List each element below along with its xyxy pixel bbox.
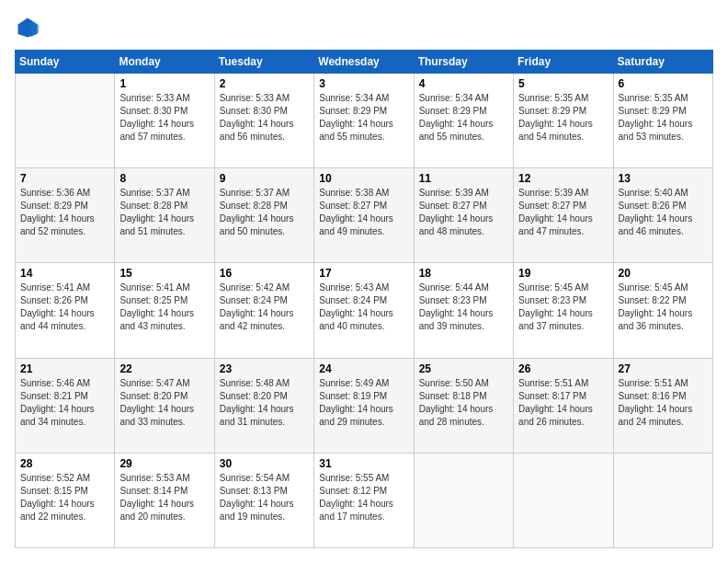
day-info: Sunrise: 5:34 AMSunset: 8:29 PMDaylight:… [319,92,408,144]
calendar-cell [514,453,613,547]
day-info: Sunrise: 5:37 AMSunset: 8:28 PMDaylight:… [119,187,209,238]
day-info: Sunrise: 5:46 AMSunset: 8:21 PMDaylight:… [20,377,109,429]
calendar-cell: 7Sunrise: 5:36 AMSunset: 8:29 PMDaylight… [16,168,115,263]
day-info: Sunrise: 5:33 AMSunset: 8:30 PMDaylight:… [119,92,209,144]
day-info: Sunrise: 5:33 AMSunset: 8:30 PMDaylight:… [220,92,309,144]
day-number: 27 [619,362,708,375]
day-info: Sunrise: 5:35 AMSunset: 8:29 PMDaylight:… [518,92,608,144]
day-info: Sunrise: 5:45 AMSunset: 8:22 PMDaylight:… [619,282,708,333]
calendar-cell: 26Sunrise: 5:51 AMSunset: 8:17 PMDayligh… [514,358,613,453]
weekday-header: Tuesday [214,51,313,74]
day-number: 26 [518,362,608,375]
day-info: Sunrise: 5:34 AMSunset: 8:29 PMDaylight:… [419,92,508,144]
calendar-cell: 1Sunrise: 5:33 AMSunset: 8:30 PMDaylight… [115,74,214,168]
calendar-cell: 8Sunrise: 5:37 AMSunset: 8:28 PMDaylight… [115,168,214,263]
day-info: Sunrise: 5:39 AMSunset: 8:27 PMDaylight:… [518,187,608,238]
day-number: 2 [220,77,309,90]
day-number: 12 [518,172,608,185]
calendar-cell: 28Sunrise: 5:52 AMSunset: 8:15 PMDayligh… [16,453,115,547]
day-info: Sunrise: 5:37 AMSunset: 8:28 PMDaylight:… [220,187,309,238]
day-number: 1 [119,77,209,90]
day-number: 13 [619,172,708,185]
day-number: 23 [220,362,309,375]
day-number: 18 [419,267,508,280]
weekday-header: Saturday [613,51,712,74]
calendar-header-row: SundayMondayTuesdayWednesdayThursdayFrid… [16,51,713,74]
calendar-cell: 3Sunrise: 5:34 AMSunset: 8:29 PMDaylight… [314,74,414,168]
svg-marker-1 [31,19,40,37]
day-info: Sunrise: 5:54 AMSunset: 8:13 PMDaylight:… [220,472,309,523]
calendar-cell: 2Sunrise: 5:33 AMSunset: 8:30 PMDaylight… [214,74,313,168]
day-number: 15 [119,267,209,280]
calendar-week-row: 28Sunrise: 5:52 AMSunset: 8:15 PMDayligh… [16,453,713,547]
logo [15,15,44,40]
day-info: Sunrise: 5:51 AMSunset: 8:17 PMDaylight:… [518,377,608,429]
calendar-cell [16,74,115,168]
day-info: Sunrise: 5:43 AMSunset: 8:24 PMDaylight:… [319,282,408,333]
day-number: 19 [518,267,608,280]
day-number: 3 [319,77,408,90]
day-number: 28 [20,457,109,470]
day-info: Sunrise: 5:48 AMSunset: 8:20 PMDaylight:… [220,377,309,429]
calendar-cell: 18Sunrise: 5:44 AMSunset: 8:23 PMDayligh… [414,263,513,358]
weekday-header: Friday [514,51,613,74]
day-number: 16 [220,267,309,280]
calendar-cell: 16Sunrise: 5:42 AMSunset: 8:24 PMDayligh… [214,263,313,358]
day-number: 31 [319,457,408,470]
calendar-table: SundayMondayTuesdayWednesdayThursdayFrid… [15,50,713,548]
day-number: 8 [119,172,209,185]
day-number: 24 [319,362,408,375]
day-info: Sunrise: 5:35 AMSunset: 8:29 PMDaylight:… [619,92,708,144]
calendar-cell: 17Sunrise: 5:43 AMSunset: 8:24 PMDayligh… [314,263,414,358]
day-info: Sunrise: 5:49 AMSunset: 8:19 PMDaylight:… [319,377,408,429]
day-number: 7 [20,172,109,185]
calendar-cell: 23Sunrise: 5:48 AMSunset: 8:20 PMDayligh… [214,358,313,453]
calendar-week-row: 21Sunrise: 5:46 AMSunset: 8:21 PMDayligh… [16,358,713,453]
day-number: 6 [619,77,708,90]
calendar-cell: 24Sunrise: 5:49 AMSunset: 8:19 PMDayligh… [314,358,414,453]
day-info: Sunrise: 5:36 AMSunset: 8:29 PMDaylight:… [20,187,109,238]
weekday-header: Monday [115,51,214,74]
calendar-cell: 21Sunrise: 5:46 AMSunset: 8:21 PMDayligh… [16,358,115,453]
calendar-cell: 14Sunrise: 5:41 AMSunset: 8:26 PMDayligh… [16,263,115,358]
weekday-header: Sunday [16,51,115,74]
calendar-cell: 12Sunrise: 5:39 AMSunset: 8:27 PMDayligh… [514,168,613,263]
calendar-cell: 27Sunrise: 5:51 AMSunset: 8:16 PMDayligh… [613,358,712,453]
calendar-cell [414,453,513,547]
day-info: Sunrise: 5:53 AMSunset: 8:14 PMDaylight:… [119,472,209,523]
day-number: 25 [419,362,508,375]
day-info: Sunrise: 5:39 AMSunset: 8:27 PMDaylight:… [419,187,508,238]
logo-icon [15,15,40,40]
calendar-cell: 9Sunrise: 5:37 AMSunset: 8:28 PMDaylight… [214,168,313,263]
day-info: Sunrise: 5:42 AMSunset: 8:24 PMDaylight:… [220,282,309,333]
calendar-cell: 31Sunrise: 5:55 AMSunset: 8:12 PMDayligh… [314,453,414,547]
day-number: 20 [619,267,708,280]
day-info: Sunrise: 5:41 AMSunset: 8:26 PMDaylight:… [20,282,109,333]
calendar-cell: 4Sunrise: 5:34 AMSunset: 8:29 PMDaylight… [414,74,513,168]
calendar-cell: 6Sunrise: 5:35 AMSunset: 8:29 PMDaylight… [613,74,712,168]
calendar-cell: 19Sunrise: 5:45 AMSunset: 8:23 PMDayligh… [514,263,613,358]
day-number: 4 [419,77,508,90]
page-header [15,15,713,40]
day-info: Sunrise: 5:41 AMSunset: 8:25 PMDaylight:… [119,282,209,333]
calendar-cell: 29Sunrise: 5:53 AMSunset: 8:14 PMDayligh… [115,453,214,547]
calendar-cell [613,453,712,547]
calendar-cell: 10Sunrise: 5:38 AMSunset: 8:27 PMDayligh… [314,168,414,263]
day-number: 11 [419,172,508,185]
weekday-header: Wednesday [314,51,414,74]
calendar-cell: 5Sunrise: 5:35 AMSunset: 8:29 PMDaylight… [514,74,613,168]
calendar-week-row: 7Sunrise: 5:36 AMSunset: 8:29 PMDaylight… [16,168,713,263]
day-number: 22 [119,362,209,375]
calendar-cell: 30Sunrise: 5:54 AMSunset: 8:13 PMDayligh… [214,453,313,547]
day-number: 10 [319,172,408,185]
day-info: Sunrise: 5:51 AMSunset: 8:16 PMDaylight:… [619,377,708,429]
day-info: Sunrise: 5:47 AMSunset: 8:20 PMDaylight:… [119,377,209,429]
day-number: 5 [518,77,608,90]
calendar-cell: 13Sunrise: 5:40 AMSunset: 8:26 PMDayligh… [613,168,712,263]
day-info: Sunrise: 5:44 AMSunset: 8:23 PMDaylight:… [419,282,508,333]
calendar-cell: 22Sunrise: 5:47 AMSunset: 8:20 PMDayligh… [115,358,214,453]
calendar-cell: 15Sunrise: 5:41 AMSunset: 8:25 PMDayligh… [115,263,214,358]
day-info: Sunrise: 5:52 AMSunset: 8:15 PMDaylight:… [20,472,109,523]
calendar-week-row: 14Sunrise: 5:41 AMSunset: 8:26 PMDayligh… [16,263,713,358]
day-info: Sunrise: 5:38 AMSunset: 8:27 PMDaylight:… [319,187,408,238]
